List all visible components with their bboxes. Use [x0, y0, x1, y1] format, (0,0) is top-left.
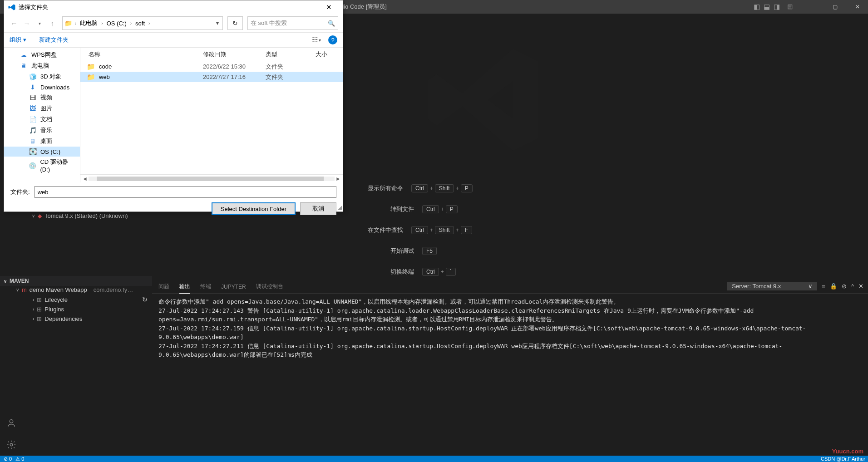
minimize-button[interactable]: —: [802, 0, 823, 14]
terminal-tab[interactable]: 问题: [158, 283, 169, 293]
close-button[interactable]: ✕: [847, 0, 868, 14]
file-type: 文件夹: [261, 73, 311, 81]
scroll-track[interactable]: [89, 177, 335, 181]
lock-icon[interactable]: 🔒: [830, 283, 837, 290]
file-name: code: [99, 63, 112, 70]
titlebar-controls: ◧ ⬓ ◨ ⊞ — ▢ ✕: [754, 0, 868, 14]
errors-count[interactable]: ⊘ 0: [4, 456, 12, 462]
layout-icon[interactable]: ⊞: [787, 3, 793, 11]
list-item[interactable]: 📁code2022/6/22 15:30文件夹: [80, 61, 343, 72]
tree-item-label: 此电脑: [31, 62, 49, 70]
close-panel-icon[interactable]: ✕: [858, 283, 863, 290]
terminal-output[interactable]: 命令行参数中添加"-add opens=Java.base/Java.lang=…: [152, 294, 868, 363]
tree-item[interactable]: 🎵音乐: [4, 125, 80, 136]
breadcrumb-path[interactable]: 📁 › 此电脑 › OS (C:) › soft › ▾: [62, 16, 223, 30]
col-type[interactable]: 类型: [261, 50, 311, 59]
dialog-close-button[interactable]: ✕: [318, 3, 339, 11]
tree-item-label: OS (C:): [40, 148, 60, 155]
folder-tree[interactable]: ☁WPS网盘🖥此电脑🧊3D 对象⬇Downloads🎞视频🖼图片📄文档🎵音乐🖥桌…: [4, 48, 80, 182]
forward-button[interactable]: →: [21, 18, 32, 29]
panel-right-icon[interactable]: ◨: [774, 3, 780, 11]
terminal-tab[interactable]: 调试控制台: [256, 283, 283, 293]
chevron-right-icon: ›: [75, 21, 76, 26]
col-date[interactable]: 修改日期: [198, 50, 261, 59]
keyboard-key: P: [446, 205, 458, 213]
tree-item[interactable]: ⬇Downloads: [4, 82, 80, 92]
terminal-tab[interactable]: JUPYTER: [221, 284, 246, 293]
scroll-left-icon[interactable]: ◄: [81, 176, 89, 182]
list-header: 名称 修改日期 类型 大小: [80, 48, 343, 61]
maven-item[interactable]: ›⊞Lifecycle↻: [0, 295, 152, 305]
tree-item[interactable]: 🧊3D 对象: [4, 71, 80, 82]
warnings-count[interactable]: ⚠ 0: [15, 456, 24, 462]
file-name: web: [99, 74, 110, 80]
keyboard-key: Ctrl: [411, 226, 428, 234]
breadcrumb-item[interactable]: soft: [133, 20, 147, 27]
col-size[interactable]: 大小: [311, 50, 343, 59]
maximize-panel-icon[interactable]: ^: [851, 283, 854, 290]
organize-button[interactable]: 组织 ▾: [10, 36, 26, 44]
tree-item[interactable]: 💿CD 驱动器 (D:): [4, 157, 80, 174]
vscode-logo-icon: [418, 36, 545, 163]
account-icon[interactable]: [0, 412, 23, 434]
tree-item[interactable]: 🎞视频: [4, 92, 80, 103]
tree-item[interactable]: 🖥此电脑: [4, 60, 80, 71]
folder-label: 文件夹:: [10, 188, 30, 196]
terminal-tab[interactable]: 输出: [179, 283, 190, 294]
shortcut-row: 显示所有命令Ctrl+Shift+P: [368, 178, 468, 199]
refresh-icon[interactable]: ↻: [142, 296, 148, 303]
view-mode-button[interactable]: ☷ ▾: [312, 36, 321, 44]
maven-item[interactable]: ›⊞Plugins: [0, 305, 152, 314]
cancel-button[interactable]: 取消: [300, 202, 336, 215]
maven-item[interactable]: ›⊞Dependencies: [0, 314, 152, 324]
window-title: dio Code [管理员]: [340, 3, 387, 11]
maven-icon: m: [22, 286, 27, 293]
keyboard-key: Ctrl: [422, 268, 439, 276]
refresh-button[interactable]: ↻: [227, 16, 243, 30]
tree-item[interactable]: ☁WPS网盘: [4, 49, 80, 60]
tree-item[interactable]: 📄文档: [4, 114, 80, 125]
list-item[interactable]: 📁web2022/7/27 17:16文件夹: [80, 72, 343, 82]
filter-icon[interactable]: ≡: [822, 283, 825, 290]
folder-name-input[interactable]: [35, 186, 336, 198]
key-combo: Ctrl+P: [422, 205, 468, 213]
keyboard-key: Shift: [435, 184, 454, 192]
scroll-thumb[interactable]: [97, 177, 324, 181]
server-select[interactable]: Server: Tomcat 9.x∨: [727, 282, 817, 290]
file-type: 文件夹: [261, 63, 311, 71]
tree-item[interactable]: 💽OS (C:): [4, 147, 80, 157]
gear-icon[interactable]: [0, 434, 23, 456]
maven-section-header[interactable]: ∨ MAVEN: [0, 276, 152, 286]
tree-item[interactable]: 🖥桌面: [4, 136, 80, 147]
package-icon: ⊞: [37, 315, 42, 322]
breadcrumb-item[interactable]: OS (C:): [105, 20, 128, 27]
maven-header-label: MAVEN: [10, 278, 29, 284]
scroll-right-icon[interactable]: ►: [335, 176, 342, 182]
terminal-tab[interactable]: 终端: [200, 283, 211, 293]
horizontal-scrollbar[interactable]: ◄ ►: [80, 174, 343, 182]
breadcrumb-item[interactable]: 此电脑: [78, 19, 99, 27]
new-folder-button[interactable]: 新建文件夹: [39, 36, 69, 44]
tree-item-icon: 🧊: [29, 73, 37, 80]
clear-icon[interactable]: ⊘: [842, 283, 847, 290]
maven-project[interactable]: ∨mdemo Maven Webappcom.demo.fy…: [0, 285, 152, 295]
panel-left-icon[interactable]: ◧: [754, 3, 760, 11]
dialog-nav: ← → ▾ ↑ 📁 › 此电脑 › OS (C:) › soft › ▾ ↻ 在…: [4, 14, 343, 32]
recent-button[interactable]: ▾: [34, 18, 45, 29]
path-dropdown-icon[interactable]: ▾: [214, 20, 221, 26]
maximize-button[interactable]: ▢: [824, 0, 845, 14]
resize-grip-icon[interactable]: ◢: [338, 204, 342, 211]
back-button[interactable]: ←: [9, 18, 20, 29]
key-combo: Ctrl+Shift+P: [411, 184, 468, 192]
dialog-body: ☁WPS网盘🖥此电脑🧊3D 对象⬇Downloads🎞视频🖼图片📄文档🎵音乐🖥桌…: [4, 48, 343, 182]
select-folder-button[interactable]: Select Destination Folder: [212, 202, 296, 215]
tree-item[interactable]: 🖼图片: [4, 103, 80, 114]
up-button[interactable]: ↑: [47, 18, 58, 29]
col-name[interactable]: 名称: [80, 50, 198, 59]
search-input[interactable]: 在 soft 中搜索 🔍: [247, 16, 338, 30]
chevron-right-icon: ›: [148, 21, 150, 26]
vscode-app-icon: [8, 3, 16, 11]
dialog-footer: 文件夹: Select Destination Folder 取消: [4, 182, 343, 219]
help-button[interactable]: ?: [328, 35, 337, 44]
panel-bottom-icon[interactable]: ⬓: [764, 3, 770, 11]
